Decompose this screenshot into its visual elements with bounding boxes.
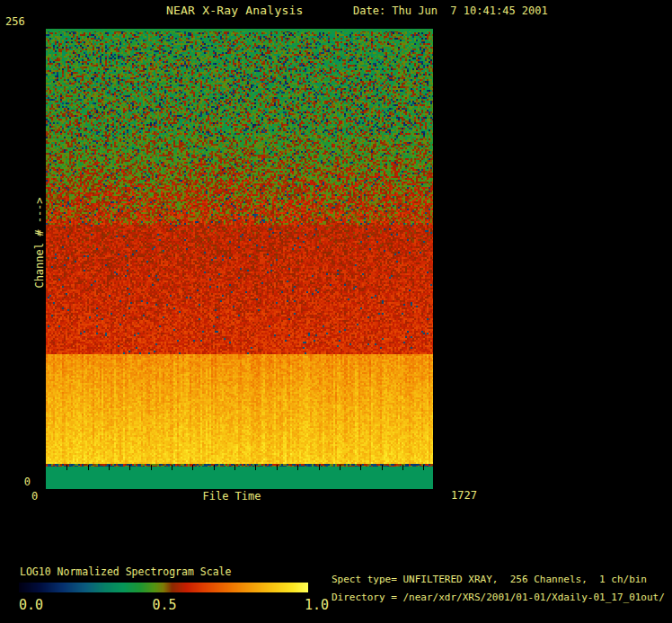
directory-text: Directory = /near/xdr/XRS/2001/01-01/Xda… — [332, 592, 665, 602]
colorbar-strip — [19, 583, 308, 592]
header-date: Date: Thu Jun 7 10:41:45 2001 — [353, 5, 548, 16]
spectrogram-image — [46, 29, 433, 489]
x-axis-min-tick: 0 — [31, 491, 38, 502]
y-axis-label: Channel # ---> — [34, 197, 45, 288]
colorbar-tick-1: 1.0 — [305, 599, 329, 612]
y-axis-min-tick: 0 — [9, 476, 31, 487]
x-axis-max-tick: 1727 — [451, 490, 477, 501]
colorbar-label: LOG10 Normalized Spectrogram Scale — [20, 567, 231, 578]
x-axis-label: File Time — [202, 491, 261, 502]
colorbar-tick-half: 0.5 — [152, 599, 176, 612]
spect-type-text: Spect type= UNFILTERED XRAY, 256 Channel… — [332, 574, 647, 584]
y-axis-max-tick: 256 — [5, 16, 25, 27]
colorbar-tick-0: 0.0 — [19, 599, 43, 612]
page-title: NEAR X-Ray Analysis — [166, 4, 304, 16]
